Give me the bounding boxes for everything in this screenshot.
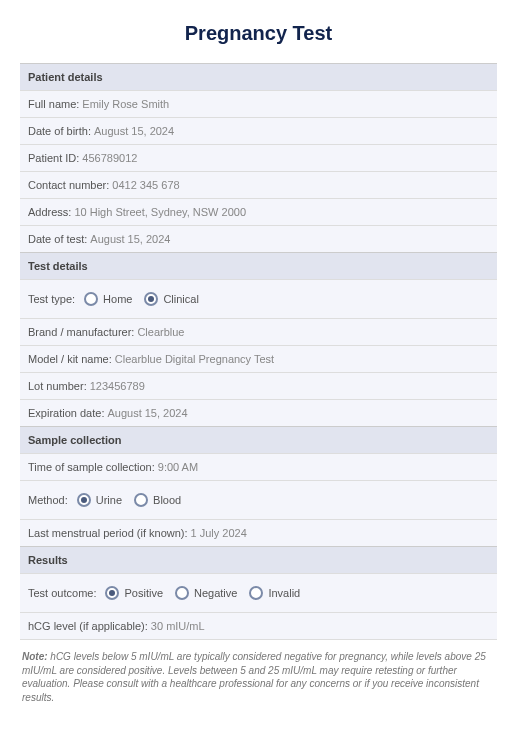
label-test-date: Date of test: [28,233,87,245]
row-test-date: Date of test: August 15, 2024 [20,225,497,252]
label-method: Method: [28,494,68,506]
row-model: Model / kit name: Clearblue Digital Preg… [20,345,497,372]
label-patient-id: Patient ID: [28,152,79,164]
form-container: Patient details Full name: Emily Rose Sm… [20,63,497,640]
radio-label-clinical: Clinical [163,293,198,305]
row-sample-time: Time of sample collection: 9:00 AM [20,453,497,480]
value-brand: Clearblue [137,326,184,338]
radio-label-blood: Blood [153,494,181,506]
row-hcg: hCG level (if applicable): 30 mIU/mL [20,612,497,639]
label-dob: Date of birth: [28,125,91,137]
label-test-type: Test type: [28,293,75,305]
label-full-name: Full name: [28,98,79,110]
label-expiration: Expiration date: [28,407,104,419]
label-brand: Brand / manufacturer: [28,326,134,338]
radio-label-negative: Negative [194,587,237,599]
radio-icon [105,586,119,600]
value-contact: 0412 345 678 [112,179,179,191]
radio-option-negative[interactable]: Negative [175,586,237,600]
row-contact: Contact number: 0412 345 678 [20,171,497,198]
radio-option-invalid[interactable]: Invalid [249,586,300,600]
radio-icon [77,493,91,507]
row-brand: Brand / manufacturer: Clearblue [20,318,497,345]
label-address: Address: [28,206,71,218]
radio-icon [249,586,263,600]
value-patient-id: 456789012 [82,152,137,164]
label-model: Model / kit name: [28,353,112,365]
row-outcome: Test outcome: Positive Negative Invalid [20,573,497,612]
radio-label-home: Home [103,293,132,305]
label-lot: Lot number: [28,380,87,392]
radio-option-positive[interactable]: Positive [105,586,163,600]
row-test-type: Test type: Home Clinical [20,279,497,318]
row-dob: Date of birth: August 15, 2024 [20,117,497,144]
page-title: Pregnancy Test [20,22,497,45]
radio-icon [84,292,98,306]
row-address: Address: 10 High Street, Sydney, NSW 200… [20,198,497,225]
section-header-sample: Sample collection [20,426,497,453]
value-expiration: August 15, 2024 [107,407,187,419]
value-sample-time: 9:00 AM [158,461,198,473]
note-body: hCG levels below 5 mIU/mL are typically … [22,651,486,703]
value-lmp: 1 July 2024 [191,527,247,539]
row-lmp: Last menstrual period (if known): 1 July… [20,519,497,546]
label-lmp: Last menstrual period (if known): [28,527,188,539]
note-text: Note: hCG levels below 5 mIU/mL are typi… [20,650,497,704]
row-lot: Lot number: 123456789 [20,372,497,399]
section-header-test: Test details [20,252,497,279]
label-hcg: hCG level (if applicable): [28,620,148,632]
label-contact: Contact number: [28,179,109,191]
radio-option-blood[interactable]: Blood [134,493,181,507]
radio-icon [134,493,148,507]
value-model: Clearblue Digital Pregnancy Test [115,353,274,365]
value-lot: 123456789 [90,380,145,392]
radio-label-urine: Urine [96,494,122,506]
row-full-name: Full name: Emily Rose Smith [20,90,497,117]
radio-icon [175,586,189,600]
label-sample-time: Time of sample collection: [28,461,155,473]
note-bold: Note: [22,651,48,662]
row-patient-id: Patient ID: 456789012 [20,144,497,171]
section-header-patient: Patient details [20,63,497,90]
radio-option-urine[interactable]: Urine [77,493,122,507]
radio-option-clinical[interactable]: Clinical [144,292,198,306]
value-dob: August 15, 2024 [94,125,174,137]
radio-label-invalid: Invalid [268,587,300,599]
radio-label-positive: Positive [124,587,163,599]
value-hcg: 30 mIU/mL [151,620,205,632]
row-method: Method: Urine Blood [20,480,497,519]
radio-icon [144,292,158,306]
radio-option-home[interactable]: Home [84,292,132,306]
label-outcome: Test outcome: [28,587,96,599]
value-address: 10 High Street, Sydney, NSW 2000 [74,206,246,218]
value-test-date: August 15, 2024 [90,233,170,245]
section-header-results: Results [20,546,497,573]
row-expiration: Expiration date: August 15, 2024 [20,399,497,426]
value-full-name: Emily Rose Smith [82,98,169,110]
